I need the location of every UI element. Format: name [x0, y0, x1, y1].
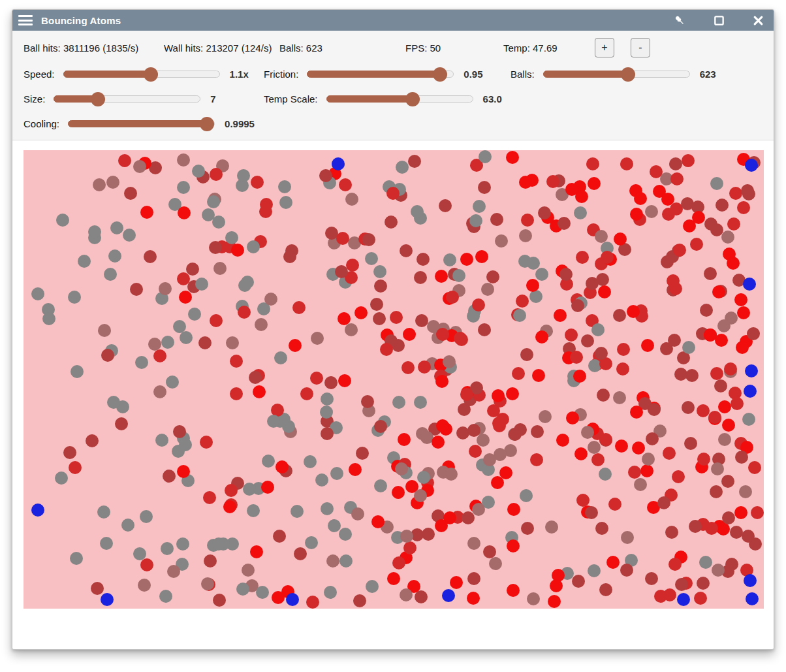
atom-ball: [78, 255, 91, 268]
atom-ball: [408, 155, 421, 168]
stat-wall-hits: Wall hits: 213207 (124/s): [164, 42, 279, 54]
pin-icon[interactable]: [673, 14, 686, 27]
atom-ball: [472, 503, 485, 516]
atom-ball: [454, 332, 467, 345]
atom-ball: [699, 556, 712, 569]
atom-ball: [559, 268, 573, 281]
atom-ball: [411, 205, 424, 218]
temp-increase-button[interactable]: +: [595, 38, 614, 57]
atom-ball: [400, 244, 413, 257]
speed-value: 1.1x: [230, 69, 249, 80]
speed-slider[interactable]: [63, 71, 220, 78]
atom-ball: [198, 336, 212, 349]
atom-ball: [153, 349, 166, 362]
atom-ball: [365, 252, 378, 265]
atom-ball: [487, 404, 500, 417]
atom-ball: [436, 328, 449, 341]
atom-ball: [663, 447, 676, 460]
atom-ball: [238, 306, 251, 319]
atom-ball: [100, 537, 113, 550]
atom-ball: [97, 505, 110, 519]
atom-ball: [315, 473, 328, 487]
atom-ball: [662, 208, 675, 221]
atom-ball: [711, 462, 724, 475]
atom-ball: [663, 588, 676, 601]
size-slider[interactable]: [54, 95, 200, 103]
atom-ball: [684, 437, 697, 450]
atom-ball: [213, 594, 226, 607]
atom-ball: [435, 519, 448, 532]
atom-ball: [613, 309, 626, 322]
atom-ball: [665, 526, 678, 539]
friction-slider[interactable]: [307, 71, 454, 78]
cooling-slider[interactable]: [68, 120, 215, 127]
atom-ball: [385, 216, 398, 229]
atom-ball: [532, 369, 545, 382]
speed-slider-thumb[interactable]: [144, 67, 158, 82]
balls-slider[interactable]: [543, 71, 690, 78]
size-slider-thumb[interactable]: [91, 92, 105, 106]
atom-ball: [475, 250, 488, 263]
friction-slider-thumb[interactable]: [433, 67, 447, 82]
atom-ball: [55, 472, 68, 485]
atom-ball: [512, 367, 525, 380]
atom-ball: [710, 367, 723, 380]
atom-ball: [506, 387, 519, 400]
atom-ball: [339, 554, 353, 568]
atom-ball: [167, 565, 180, 578]
atom-ball: [374, 420, 387, 433]
temp-scale-slider[interactable]: [326, 95, 473, 103]
atom-ball: [71, 365, 84, 378]
atom-ball: [108, 249, 121, 263]
menu-icon[interactable]: [18, 15, 33, 25]
atom-ball: [161, 542, 174, 555]
atom-ball: [669, 157, 682, 170]
close-icon[interactable]: [751, 14, 764, 27]
atom-ball: [727, 257, 740, 270]
atom-ball: [195, 278, 208, 291]
atom-ball: [491, 476, 504, 489]
atom-ball: [597, 389, 610, 402]
atom-ball: [326, 554, 339, 568]
atom-ball: [339, 528, 352, 541]
atom-ball: [264, 293, 277, 306]
atom-ball: [743, 278, 756, 291]
atom-ball: [581, 334, 594, 347]
atom-ball: [672, 470, 685, 483]
atom-ball: [727, 217, 740, 231]
atom-ball: [255, 318, 268, 331]
atom-ball: [387, 572, 400, 585]
atom-ball: [708, 411, 721, 424]
atom-ball: [478, 323, 491, 336]
atom-ball: [489, 557, 502, 570]
simulation-canvas[interactable]: [24, 150, 764, 609]
atom-ball: [345, 323, 358, 336]
atom-ball: [509, 428, 522, 441]
atom-ball: [529, 290, 542, 303]
balls-slider-thumb[interactable]: [621, 67, 635, 82]
atom-ball: [689, 520, 702, 533]
atom-ball: [177, 153, 190, 167]
atom-ball: [443, 355, 456, 368]
atom-ball: [599, 433, 612, 446]
atom-ball: [439, 199, 452, 212]
atom-ball: [414, 396, 427, 409]
atom-ball: [460, 253, 473, 266]
atom-ball: [735, 451, 748, 464]
friction-control: Friction: 0.95: [264, 69, 511, 80]
atom-ball: [737, 201, 750, 214]
atom-ball: [615, 440, 628, 453]
temp-decrease-button[interactable]: -: [631, 38, 650, 57]
maximize-icon[interactable]: [712, 14, 725, 27]
cooling-slider-thumb[interactable]: [200, 117, 214, 131]
temp-scale-slider-thumb[interactable]: [405, 92, 420, 106]
atom-ball: [507, 503, 520, 516]
atom-ball: [745, 364, 758, 377]
atom-ball: [697, 404, 710, 417]
atom-ball: [243, 483, 256, 496]
atom-ball: [715, 334, 728, 347]
atom-ball: [714, 379, 727, 392]
atom-ball: [721, 475, 734, 488]
atom-ball: [446, 291, 459, 304]
atom-ball: [292, 301, 306, 314]
